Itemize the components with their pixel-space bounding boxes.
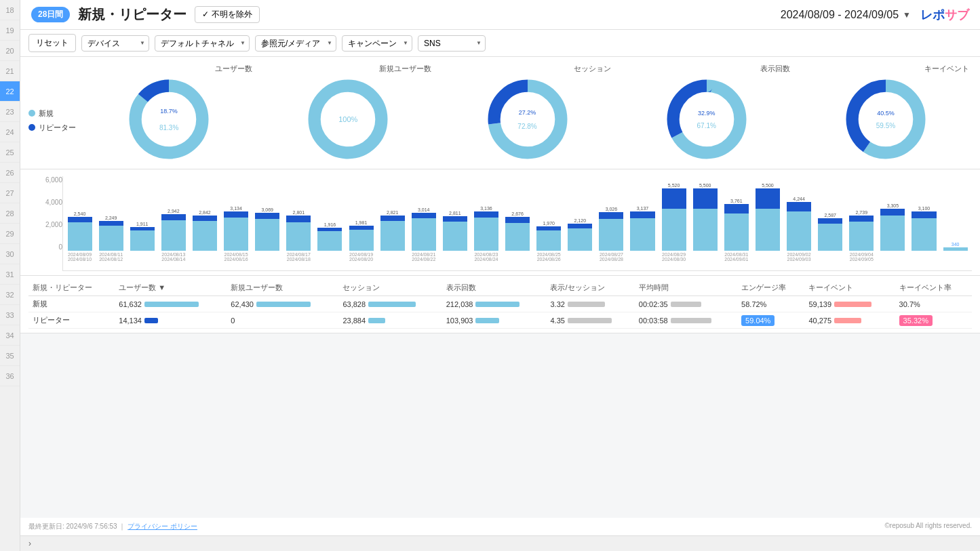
cell-pps-new: 3.32 (546, 296, 634, 312)
sns-filter[interactable]: SNS (418, 35, 486, 52)
bar-group: 5,500 (752, 183, 783, 251)
bar-group: 2,676 (503, 211, 533, 251)
donut-charts-area: 新規 リピーター ユーザー数 18.7% 81.3% (20, 57, 980, 169)
bar-group: 3,136 (471, 206, 501, 251)
y-label-2000: 2,000 (28, 221, 62, 228)
bar-group: 340 (940, 242, 971, 251)
y-label-4000: 4,000 (28, 199, 62, 206)
bars-container: 2,540 2,249 (63, 176, 972, 251)
col-header-pps: 表示/セッション (546, 280, 634, 296)
date-range: 2024/08/09 - 2024/09/05 ▼ レポサブ (781, 7, 969, 23)
bar-group: 3,069 (252, 207, 283, 251)
bar-group: 1,911 (127, 222, 157, 251)
date-dropdown-icon[interactable]: ▼ (903, 10, 911, 20)
bar-group: 3,761 (721, 199, 751, 251)
bar-group: 2,587 (815, 213, 846, 251)
device-filter[interactable]: デバイス (81, 35, 149, 52)
cell-new-users-new: 62,430 (227, 296, 338, 312)
donut-pageviews-label: 32.9% 67.1% (697, 110, 716, 129)
campaign-filter[interactable]: キャンペーン (342, 35, 412, 52)
device-filter-wrapper: デバイス (81, 35, 149, 52)
cell-pageviews-new: 212,038 (442, 296, 547, 312)
y-label-0: 0 (28, 243, 62, 251)
bar-group: 3,305 (878, 203, 908, 251)
legend-repeat-dot (28, 124, 35, 131)
donut-users-title: ユーザー数 (83, 64, 255, 74)
donut-new-users-chart: 100% (304, 75, 392, 163)
col-header-type: 新規・リピーター (28, 280, 115, 296)
footer: 最終更新日: 2024/9/6 7:56:53 ｜ プライバシー ポリシー ©r… (20, 518, 980, 535)
cell-avgtime-new: 00:02:35 (635, 296, 737, 312)
footer-copyright: ©reposub All rights reserved. (884, 522, 972, 531)
donut-sessions-title: セッション (441, 64, 613, 74)
col-header-keyrate: キーイベント率 (895, 280, 972, 296)
sns-filter-wrapper: SNS (418, 35, 486, 52)
table-row-repeat: リピーター 14,134 0 23,884 (28, 312, 972, 329)
bar-group: 3,014 (408, 207, 439, 251)
donut-pageviews-chart: 32.9% 67.1% (663, 75, 751, 163)
channel-filter-wrapper: デフォルトチャネル (155, 35, 250, 52)
bar-group: 3,026 (596, 207, 627, 251)
legend-repeat-label: リピーター (39, 123, 76, 133)
table-row-new: 新規 61,632 62,430 (28, 296, 972, 312)
privacy-policy-link[interactable]: プライバシー ポリシー (128, 523, 197, 530)
bar-group: 2,120 (565, 218, 595, 251)
logo: レポサブ (920, 7, 969, 23)
bar-chart-area: 6,000 4,000 2,000 0 2,540 (20, 169, 980, 276)
cell-type-new: 新規 (28, 296, 115, 312)
cell-engage-repeat: 59.04% (737, 312, 804, 329)
collapse-row[interactable]: › (20, 535, 980, 551)
cell-pps-repeat: 4.35 (546, 312, 634, 329)
col-header-pageviews: 表示回数 (442, 280, 547, 296)
donut-sessions: セッション 27.2% 72.8% (441, 64, 613, 163)
y-label-6000: 6,000 (28, 176, 62, 184)
bar-group: 2,249 (96, 216, 126, 251)
cell-users-repeat: 14,134 (115, 312, 227, 329)
cell-sessions-repeat: 23,884 (338, 312, 442, 329)
col-header-users[interactable]: ユーザー数 ▼ (115, 280, 227, 296)
cell-type-repeat: リピーター (28, 312, 115, 329)
reset-button[interactable]: リセット (28, 34, 76, 52)
cell-keyrate-new: 30.7% (895, 296, 972, 312)
bar-group: 2,739 (846, 210, 877, 251)
bar-group: 1,981 (346, 220, 376, 251)
bar-group: 2,811 (439, 211, 470, 251)
cell-users-new: 61,632 (115, 296, 227, 312)
channel-filter[interactable]: デフォルトチャネル (155, 35, 250, 52)
bar-group: 3,100 (909, 206, 939, 251)
referrer-filter[interactable]: 参照元/メディア (255, 35, 336, 52)
bar-group: 3,134 (221, 206, 252, 251)
cell-sessions-new: 63,828 (338, 296, 442, 312)
donut-keyevents: キーイベント 40.5% 59.5% (800, 64, 972, 163)
chart-legend: 新規 リピーター (28, 64, 76, 163)
content-spacer (20, 333, 980, 518)
donut-users-chart: 18.7% 81.3% (125, 75, 213, 163)
cell-keyevents-repeat: 40,275 (804, 312, 895, 329)
donut-keyevents-title: キーイベント (800, 64, 972, 74)
bar-group: 4,244 (784, 197, 815, 251)
bar-group: 2,842 (189, 210, 220, 251)
donut-keyevents-label: 40.5% 59.5% (876, 110, 895, 129)
donut-sessions-chart: 27.2% 72.8% (484, 75, 572, 163)
donut-pageviews-title: 表示回数 (621, 64, 793, 74)
x-axis-labels: 2024/08/092024/08/10 2024/08/112024/08/1… (63, 252, 972, 262)
page-title: 新規・リピーター (78, 5, 187, 24)
date-range-text: 2024/08/09 - 2024/09/05 (781, 9, 899, 21)
col-header-engage: エンゲージ率 (737, 280, 804, 296)
bar-group: 1,916 (315, 222, 345, 251)
bar-group: 2,540 (64, 211, 95, 251)
header: 28日間 新規・リピーター ✓ 不明を除外 2024/08/09 - 2024/… (20, 0, 980, 30)
donut-users-label: 18.7% 81.3% (159, 108, 178, 131)
period-badge: 28日間 (31, 7, 70, 22)
cell-keyrate-repeat: 35.32% (895, 312, 972, 329)
filter-row: リセット デバイス デフォルトチャネル 参照元/メディア キャンペーン (20, 30, 980, 57)
exclude-unknown-button[interactable]: ✓ 不明を除外 (195, 6, 259, 23)
legend-new-dot (28, 110, 35, 117)
cell-new-users-repeat: 0 (227, 312, 338, 329)
cell-engage-new: 58.72% (737, 296, 804, 312)
logo-accent: サブ (945, 8, 969, 22)
collapse-icon: › (28, 539, 31, 548)
cell-avgtime-repeat: 00:03:58 (635, 312, 737, 329)
footer-last-updated: 最終更新日: 2024/9/6 7:56:53 ｜ プライバシー ポリシー (28, 522, 197, 531)
bar-group: 5,500 (690, 183, 720, 251)
